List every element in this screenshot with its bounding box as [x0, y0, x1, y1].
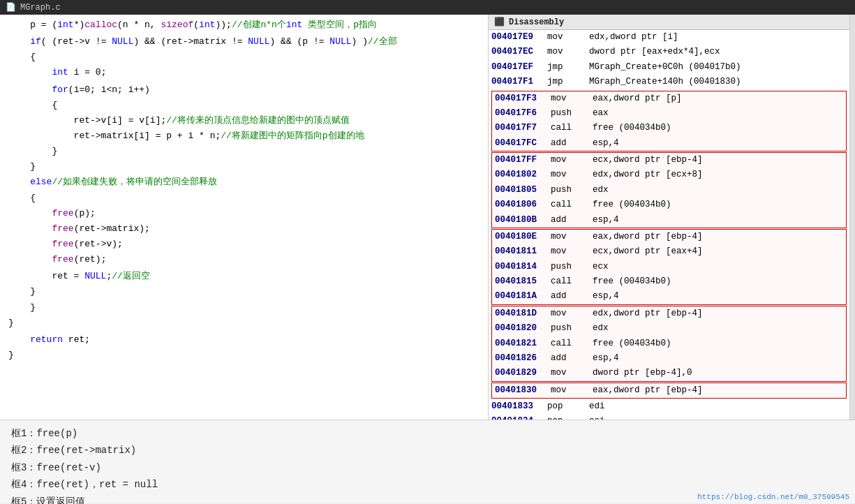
code-line: return ret;	[0, 332, 488, 348]
disasm-address: 00401821	[495, 337, 551, 350]
disasm-address: 0040181A	[495, 290, 551, 303]
disasm-opcode: mov	[551, 168, 593, 181]
disasm-row: 004017F7callfree (004034b0)	[492, 121, 846, 135]
disasm-operands: eax,dword ptr [ebp-4]	[593, 230, 843, 244]
disasm-row: 00401821callfree (004034b0)	[492, 336, 846, 351]
disasm-address: 004017F7	[495, 121, 551, 135]
code-line: {	[0, 191, 488, 206]
annotation-label: 框3：	[11, 462, 36, 473]
disasm-address: 00401826	[495, 352, 551, 365]
code-panel: p = (int*)calloc(n * n, sizeof(int));//创…	[0, 15, 489, 420]
disasm-row: 004017E9movedx,dword ptr [i]	[489, 30, 849, 45]
disasm-address: 00401815	[495, 275, 551, 288]
annotation-label: 框5：	[11, 496, 36, 504]
disasm-row: 004017F3moveax,dword ptr [p]	[492, 91, 846, 106]
annotation-item-4: 框4：free(ret)，ret = null	[11, 477, 844, 492]
disasm-row: 004017ECmovdword ptr [eax+edx*4],ecx	[489, 45, 849, 59]
disasm-opcode: call	[551, 198, 593, 212]
disasm-opcode: mov	[547, 31, 589, 44]
file-title: MGraph.c	[20, 3, 61, 13]
disasm-opcode: add	[551, 352, 593, 365]
disasm-opcode: call	[551, 275, 593, 288]
disasm-opcode: jmp	[547, 61, 589, 74]
annotation-label: 框4：	[11, 479, 36, 490]
disasm-address: 00401820	[495, 322, 551, 335]
code-line: {	[0, 50, 488, 65]
disasm-operands: free (004034b0)	[593, 198, 843, 212]
disasm-row: 00401820pushedx	[492, 321, 846, 336]
annotation-text: 设置返回值	[36, 496, 85, 504]
disasm-operands: ecx,dword ptr [eax+4]	[593, 245, 843, 258]
code-line: free(ret->v);	[0, 237, 488, 252]
annotation-item-2: 框2：free(ret->matrix)	[11, 443, 844, 458]
disasm-opcode: push	[551, 260, 593, 274]
code-line: int i = 0;	[0, 65, 488, 80]
disasm-address: 004017EC	[491, 45, 547, 59]
disasm-opcode: mov	[547, 45, 589, 59]
disasm-opcode: call	[551, 121, 593, 135]
disasm-opcode: pop	[547, 415, 589, 420]
disasm-title: Disassembly	[509, 17, 564, 27]
annotation-text: free(ret-v)	[36, 462, 101, 473]
disasm-address: 00401806	[495, 198, 551, 212]
disasm-opcode: mov	[551, 307, 593, 320]
disasm-box-2: 004017FFmovecx,dword ptr [ebp-4]00401802…	[491, 152, 847, 228]
disasm-operands: free (004034b0)	[593, 121, 843, 135]
disasm-operands: edx,dword ptr [ebp-4]	[593, 307, 843, 320]
disasm-address: 0040181D	[495, 307, 551, 320]
disasm-box-3: 0040180Emoveax,dword ptr [ebp-4]00401811…	[491, 229, 847, 305]
disasm-row: 00401805pushedx	[492, 183, 846, 198]
disasm-row: 0040181Dmovedx,dword ptr [ebp-4]	[492, 306, 846, 321]
code-line: ret->matrix[i] = p + i * n;//将新建图中的矩阵指向p…	[0, 128, 488, 144]
disasm-row: 004017FCaddesp,4	[492, 136, 846, 151]
disasm-operands: MGraph_Create+140h (00401830)	[589, 75, 847, 89]
disasm-table: 004017E9movedx,dword ptr [i]004017ECmovd…	[489, 30, 849, 420]
disasm-address: 004017F1	[491, 75, 547, 89]
disasm-opcode: mov	[551, 154, 593, 167]
disasm-operands: edx	[593, 184, 843, 197]
annotation-text: free(ret)，ret = null	[36, 479, 158, 490]
disasm-row: 004017EFjmpMGraph_Create+0C0h (004017b0)	[489, 60, 849, 75]
annotation-text: free(p)	[36, 428, 77, 439]
disasm-opcode: call	[551, 337, 593, 350]
disasm-operands: esp,4	[593, 214, 843, 227]
disasm-row: 0040180Baddesp,4	[492, 213, 846, 228]
top-bar: 📄 MGraph.c	[0, 0, 855, 15]
disasm-operands: free (004034b0)	[593, 275, 843, 288]
disasm-address: 004017E9	[491, 31, 547, 44]
code-line: ret = NULL;//返回空	[0, 269, 488, 284]
disasm-opcode: push	[551, 322, 593, 335]
code-line: p = (int*)calloc(n * n, sizeof(int));//创…	[0, 17, 488, 33]
annotation-item-1: 框1：free(p)	[11, 426, 844, 441]
annotation-label: 框1：	[11, 428, 36, 439]
disasm-row: 00401826addesp,4	[492, 351, 846, 366]
code-line: for(i=0; i<n; i++)	[0, 82, 488, 98]
disasm-row: 0040181Aaddesp,4	[492, 289, 846, 304]
disasm-row: 00401833popedi	[489, 399, 849, 414]
disasm-operands: esp,4	[593, 352, 843, 365]
disasm-opcode: add	[551, 290, 593, 303]
disasm-row: 004017FFmovecx,dword ptr [ebp-4]	[492, 153, 846, 168]
disasm-box-1: 004017F3moveax,dword ptr [p]004017F6push…	[491, 91, 847, 152]
disasm-row: 0040180Emoveax,dword ptr [ebp-4]	[492, 230, 846, 244]
disasm-address: 0040180B	[495, 214, 551, 227]
disasm-operands: edx,dword ptr [i]	[589, 31, 847, 44]
disasm-address: 00401830	[495, 384, 551, 397]
disasm-row: 00401806callfree (004034b0)	[492, 198, 846, 212]
disasm-opcode: push	[551, 184, 593, 197]
disasm-opcode: jmp	[547, 75, 589, 89]
disasm-row: 00401830moveax,dword ptr [ebp-4]	[492, 383, 846, 398]
disasm-opcode: push	[551, 107, 593, 120]
disasm-row: 004017F1jmpMGraph_Create+140h (00401830)	[489, 75, 849, 89]
disasm-opcode: add	[551, 137, 593, 150]
code-line: free(p);	[0, 206, 488, 221]
watermark: https://blog.csdn.net/m0_37599545	[697, 493, 849, 501]
disasm-row: 004017F6pusheax	[492, 106, 846, 121]
scrollbar[interactable]	[849, 15, 855, 420]
disasm-operands: esi	[589, 415, 847, 420]
code-line: }	[0, 159, 488, 175]
disasm-address: 004017FF	[495, 154, 551, 167]
disasm-row: 00401814pushecx	[492, 260, 846, 274]
disasm-address: 004017FC	[495, 137, 551, 150]
disasm-address: 004017F6	[495, 107, 551, 120]
